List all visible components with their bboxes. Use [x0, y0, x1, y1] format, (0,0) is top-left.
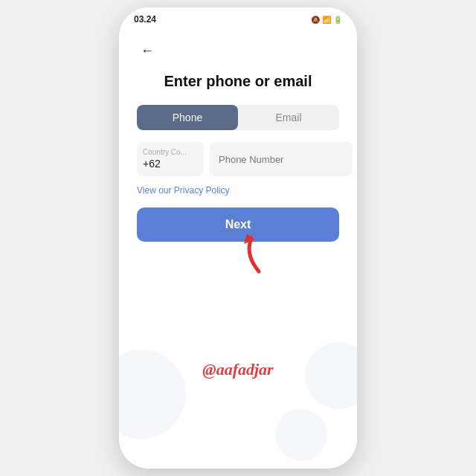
next-button[interactable]: Next	[137, 208, 339, 242]
page-title: Enter phone or email	[137, 73, 339, 90]
status-time: 03.24	[134, 14, 156, 25]
tab-phone[interactable]: Phone	[137, 105, 238, 130]
country-code-label: Country Co...	[143, 148, 198, 156]
phone-frame: 03.24 🔕 📶 🔋 ← Enter phone or email Phone…	[119, 7, 357, 469]
tab-email[interactable]: Email	[238, 105, 339, 130]
tab-bar: Phone Email	[137, 105, 339, 130]
country-code-value: +62	[143, 158, 161, 170]
back-arrow-icon: ←	[141, 43, 154, 59]
watermark: @aafadjar	[202, 360, 273, 379]
deco-circle-2	[305, 342, 357, 409]
status-bar: 03.24 🔕 📶 🔋	[119, 7, 357, 31]
phone-input-row: Country Co... +62	[137, 142, 339, 176]
battery-icon: 🔋	[333, 16, 342, 24]
signal-icon: 📶	[322, 16, 331, 24]
deco-circle-1	[119, 350, 186, 439]
country-selector[interactable]: Country Co... +62	[137, 142, 204, 176]
phone-number-input[interactable]	[210, 142, 353, 176]
screen-content: ← Enter phone or email Phone Email Count…	[119, 31, 357, 469]
mute-icon: 🔕	[311, 16, 320, 24]
back-button[interactable]: ←	[137, 40, 158, 61]
privacy-policy-link[interactable]: View our Privacy Policy	[137, 185, 339, 196]
status-icons: 🔕 📶 🔋	[311, 16, 342, 24]
deco-circle-3	[275, 409, 327, 461]
